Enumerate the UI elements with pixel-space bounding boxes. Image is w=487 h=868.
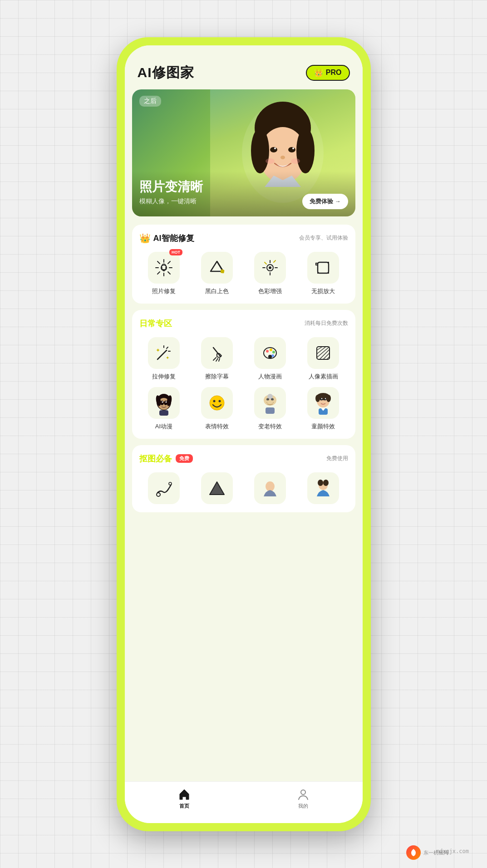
svg-point-10 (266, 158, 275, 164)
cutout-item-3-icon (254, 472, 286, 504)
svg-line-44 (219, 358, 220, 361)
svg-point-3 (251, 128, 269, 173)
daily-icon-grid: ✦ ✦ 拉伸修复 (139, 337, 348, 431)
svg-point-80 (326, 395, 331, 402)
daily-item-emotion-label: 表情特效 (205, 422, 229, 431)
svg-point-89 (266, 481, 275, 491)
scroll-content[interactable]: 之后 (125, 89, 363, 781)
ai-item-enlarge-label: 无损放大 (311, 287, 335, 295)
svg-point-67 (210, 396, 224, 410)
daily-item-erase-icon (201, 337, 233, 369)
svg-point-92 (323, 480, 329, 486)
nav-mine[interactable]: 我的 (296, 787, 310, 809)
ai-item-enhance[interactable]: 色彩增强 (246, 252, 295, 295)
svg-point-62 (162, 401, 163, 402)
banner[interactable]: 之后 (132, 89, 355, 216)
svg-point-6 (288, 147, 295, 152)
ai-item-colorize[interactable]: 黑白上色 (192, 252, 242, 295)
ai-item-enlarge[interactable]: 无损放大 (299, 252, 348, 295)
cutout-item-2-icon (201, 472, 233, 504)
svg-line-33 (274, 260, 275, 262)
svg-line-20 (157, 272, 160, 274)
cutout-item-2[interactable] (192, 472, 242, 504)
cutout-title: 抠图必备 (139, 453, 172, 464)
pro-badge[interactable]: 👑 PRO (306, 65, 350, 81)
svg-point-7 (274, 147, 276, 149)
daily-item-anime[interactable]: AI动漫 (139, 387, 189, 431)
svg-point-91 (318, 480, 323, 486)
svg-line-37 (167, 347, 168, 348)
daily-item-young[interactable]: 童颜特效 (299, 387, 348, 431)
svg-point-47 (270, 348, 272, 351)
daily-item-sketch[interactable]: 人像素描画 (299, 337, 348, 381)
daily-item-anime-label: AI动漫 (155, 422, 172, 431)
banner-label: 之后 (139, 96, 161, 107)
ai-icon-grid: HOT 照片修复 (139, 252, 348, 295)
daily-item-erase-label: 擦除字幕 (205, 373, 229, 381)
svg-line-18 (168, 272, 170, 274)
svg-line-24 (217, 261, 222, 270)
ai-item-enhance-label: 色彩增强 (258, 287, 282, 295)
daily-section-subtitle: 消耗每日免费次数 (305, 319, 348, 327)
svg-point-27 (269, 266, 271, 269)
nav-home[interactable]: 首页 (177, 787, 191, 809)
svg-text:✦: ✦ (156, 347, 160, 353)
svg-line-43 (216, 358, 218, 361)
daily-item-sketch-label: 人像素描画 (309, 373, 338, 381)
svg-point-46 (266, 350, 269, 353)
nav-mine-label: 我的 (298, 803, 308, 809)
ai-item-colorize-icon (201, 252, 233, 284)
daily-item-cartoon-label: 人物漫画 (258, 373, 282, 381)
daily-title-wrap: 日常专区 (139, 318, 172, 329)
svg-point-5 (270, 147, 277, 152)
svg-line-56 (323, 353, 330, 359)
daily-item-emotion-icon (201, 387, 233, 419)
nav-home-label: 首页 (179, 803, 189, 809)
svg-line-17 (157, 261, 160, 264)
bottom-nav: 首页 我的 (125, 781, 363, 823)
ai-section: 👑 AI智能修复 会员专享、试用体验 (132, 225, 355, 304)
daily-item-stretch-icon: ✦ ✦ (148, 337, 180, 369)
hot-badge: HOT (169, 249, 182, 255)
ai-item-photo-repair[interactable]: HOT 照片修复 (139, 252, 189, 295)
svg-point-63 (166, 401, 167, 402)
daily-item-age-icon (254, 387, 286, 419)
svg-point-93 (301, 790, 305, 794)
daily-section: 日常专区 消耗每日免费次数 (132, 310, 355, 439)
cutout-item-1[interactable] (139, 472, 189, 504)
bottom-logo: 东一机械网 (406, 845, 448, 860)
ai-item-enlarge-icon (307, 252, 339, 284)
svg-rect-66 (159, 410, 168, 416)
phone-inner: AI修图家 👑 PRO 之后 (125, 45, 363, 823)
banner-cta-button[interactable]: 免费体验 → (302, 194, 348, 209)
ai-item-photo-repair-icon: HOT (148, 252, 180, 284)
daily-item-stretch-label: 拉伸修复 (152, 373, 176, 381)
svg-line-53 (317, 347, 326, 354)
svg-rect-25 (220, 269, 224, 273)
cutout-item-3[interactable] (246, 472, 295, 504)
daily-item-age[interactable]: 变老特效 (246, 387, 295, 431)
daily-item-erase[interactable]: 擦除字幕 (192, 337, 242, 381)
logo-circle (406, 845, 421, 860)
svg-point-74 (266, 398, 269, 400)
cutout-section: 抠图必备 免费 免费使用 (132, 445, 355, 512)
daily-item-emotion[interactable]: 表情特效 (192, 387, 242, 431)
header: AI修图家 👑 PRO (125, 45, 363, 89)
ai-item-colorize-label: 黑白上色 (205, 287, 229, 295)
crown-icon: 👑 (314, 69, 323, 77)
ai-item-photo-repair-label: 照片修复 (152, 287, 176, 295)
cutout-section-header: 抠图必备 免费 免费使用 (139, 453, 348, 464)
banner-title: 照片变清晰 (139, 178, 348, 196)
daily-item-stretch[interactable]: ✦ ✦ 拉伸修复 (139, 337, 189, 381)
cutout-icon-grid (139, 472, 348, 504)
svg-point-4 (296, 128, 315, 173)
daily-item-young-label: 童颜特效 (311, 422, 335, 431)
app-title: AI修图家 (138, 64, 194, 82)
cutout-item-4[interactable] (299, 472, 348, 504)
ai-item-enhance-icon (254, 252, 286, 284)
daily-section-title: 日常专区 (139, 318, 172, 329)
ai-section-subtitle: 会员专享、试用体验 (299, 234, 348, 242)
daily-item-cartoon[interactable]: 人物漫画 (246, 337, 295, 381)
svg-point-86 (157, 493, 160, 496)
daily-item-young-icon (307, 387, 339, 419)
